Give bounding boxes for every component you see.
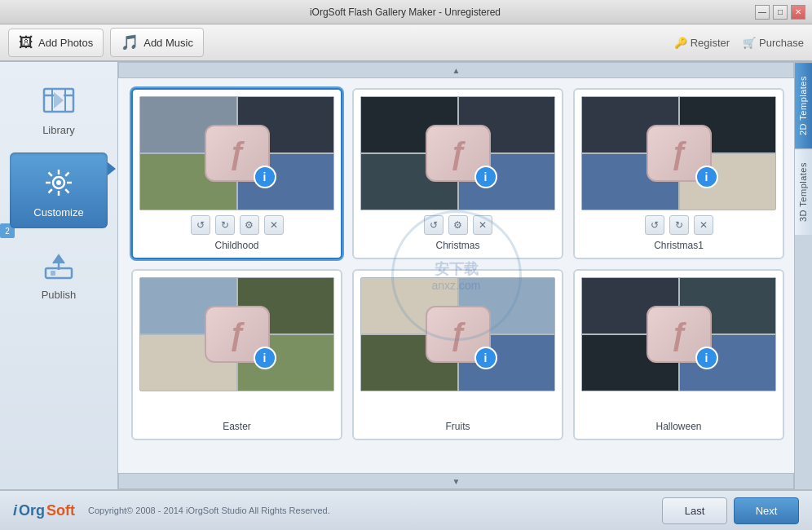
- template-name-christmas1: Christmas1: [654, 240, 704, 251]
- add-photos-button[interactable]: 🖼 Add Photos: [8, 29, 104, 57]
- library-icon: [38, 80, 79, 121]
- add-music-icon: 🎵: [121, 33, 139, 51]
- template-preview-halloween: ƒ i: [581, 277, 776, 391]
- template-preview-fruits: ƒ i: [360, 277, 555, 391]
- toolbar: 🖼 Add Photos 🎵 Add Music 🔑 Register 🛒 Pu…: [0, 24, 812, 62]
- minimize-button[interactable]: —: [755, 5, 770, 20]
- title-bar-controls: — □ ✕: [755, 5, 805, 20]
- svg-point-4: [56, 180, 61, 185]
- redo-btn-christmas1[interactable]: ↻: [669, 215, 689, 235]
- template-preview-christmas: ƒ i: [360, 96, 555, 210]
- template-actions-halloween: [581, 396, 776, 416]
- svg-line-9: [49, 173, 52, 176]
- main-layout: 2 Library: [0, 62, 812, 489]
- template-name-christmas: Christmas: [435, 240, 479, 251]
- undo-btn-christmas[interactable]: ↺: [424, 215, 444, 235]
- last-button[interactable]: Last: [662, 497, 727, 524]
- add-music-button[interactable]: 🎵 Add Music: [110, 28, 204, 57]
- settings-btn-christmas[interactable]: ⚙: [448, 215, 468, 235]
- svg-rect-15: [51, 271, 55, 276]
- customize-icon: [38, 162, 79, 203]
- template-card-christmas1[interactable]: ƒ i ↺ ↻ ✕ Christmas1: [573, 88, 784, 259]
- template-preview-easter: ƒ i: [139, 277, 334, 391]
- register-link[interactable]: 🔑 Register: [674, 37, 730, 49]
- undo-btn-childhood[interactable]: ↺: [191, 215, 210, 235]
- sidebar: 2 Library: [0, 62, 118, 489]
- redo-btn-childhood[interactable]: ↻: [215, 215, 235, 235]
- scroll-up-arrow[interactable]: ▲: [118, 62, 794, 78]
- title-bar: iOrgSoft Flash Gallery Maker - Unregiste…: [0, 0, 812, 24]
- close-btn-christmas1[interactable]: ✕: [694, 215, 713, 235]
- scroll-down-arrow[interactable]: ▼: [118, 473, 794, 489]
- template-name-easter: Easter: [223, 421, 251, 432]
- template-actions-christmas1: ↺ ↻ ✕: [581, 215, 776, 235]
- publish-icon: [38, 245, 79, 285]
- settings-btn-childhood[interactable]: ⚙: [240, 215, 259, 235]
- next-button[interactable]: Next: [734, 497, 799, 524]
- template-name-childhood: Childhood: [214, 240, 258, 251]
- tab-2d-templates[interactable]: 2D Templates: [795, 62, 812, 148]
- close-btn-christmas[interactable]: ✕: [473, 215, 492, 235]
- copyright-text: Copyright© 2008 - 2014 iOrgSoft Studio A…: [88, 506, 330, 515]
- template-preview-childhood: ƒ i: [139, 96, 334, 210]
- svg-marker-2: [54, 92, 64, 108]
- undo-btn-christmas1[interactable]: ↺: [645, 215, 664, 235]
- template-actions-easter: [139, 396, 334, 416]
- sidebar-item-customize[interactable]: Customize: [10, 152, 108, 228]
- template-name-fruits: Fruits: [446, 421, 470, 432]
- template-actions-fruits: [360, 396, 555, 416]
- svg-line-12: [49, 189, 52, 192]
- content-area: 安下载 anxz.com ▲ ƒ: [118, 62, 794, 489]
- template-actions-christmas: ↺ ⚙ ✕: [360, 215, 555, 235]
- cart-icon: 🛒: [743, 37, 756, 49]
- right-tabs: 2D Templates 3D Templates: [794, 62, 812, 489]
- logo: i Org Soft: [13, 502, 75, 519]
- bottom-buttons: Last Next: [662, 497, 799, 524]
- add-photos-icon: 🖼: [19, 34, 33, 51]
- library-label: Library: [42, 124, 75, 136]
- maximize-button[interactable]: □: [773, 5, 788, 20]
- close-button[interactable]: ✕: [791, 5, 805, 20]
- purchase-link[interactable]: 🛒 Purchase: [743, 37, 804, 49]
- template-card-christmas[interactable]: ƒ i ↺ ⚙ ✕ Christmas: [352, 88, 563, 259]
- template-actions-childhood: ↺ ↻ ⚙ ✕: [139, 215, 334, 235]
- template-preview-christmas1: ƒ i: [581, 96, 776, 210]
- toolbar-right: 🔑 Register 🛒 Purchase: [674, 37, 804, 49]
- publish-label: Publish: [42, 289, 77, 301]
- template-card-childhood[interactable]: ƒ i ↺ ↻ ⚙ ✕ Childhood: [131, 88, 342, 259]
- bottom-bar: i Org Soft Copyright© 2008 - 2014 iOrgSo…: [0, 489, 812, 530]
- sidebar-item-library[interactable]: Library: [10, 70, 108, 146]
- template-grid: ƒ i ↺ ↻ ⚙ ✕ Childhood: [118, 78, 794, 473]
- svg-line-11: [65, 173, 68, 176]
- template-name-halloween: Halloween: [655, 421, 701, 432]
- register-icon: 🔑: [674, 37, 687, 49]
- tab-3d-templates[interactable]: 3D Templates: [795, 148, 812, 235]
- template-card-easter[interactable]: ƒ i Easter: [131, 269, 342, 440]
- sidebar-item-publish[interactable]: Publish: [10, 235, 108, 311]
- template-card-fruits[interactable]: ƒ i Fruits: [352, 269, 563, 440]
- title-bar-text: iOrgSoft Flash Gallery Maker - Unregiste…: [55, 7, 755, 18]
- template-card-halloween[interactable]: ƒ i Halloween: [573, 269, 784, 440]
- svg-line-10: [65, 189, 68, 192]
- close-btn-childhood[interactable]: ✕: [264, 215, 284, 235]
- customize-label: Customize: [33, 206, 83, 219]
